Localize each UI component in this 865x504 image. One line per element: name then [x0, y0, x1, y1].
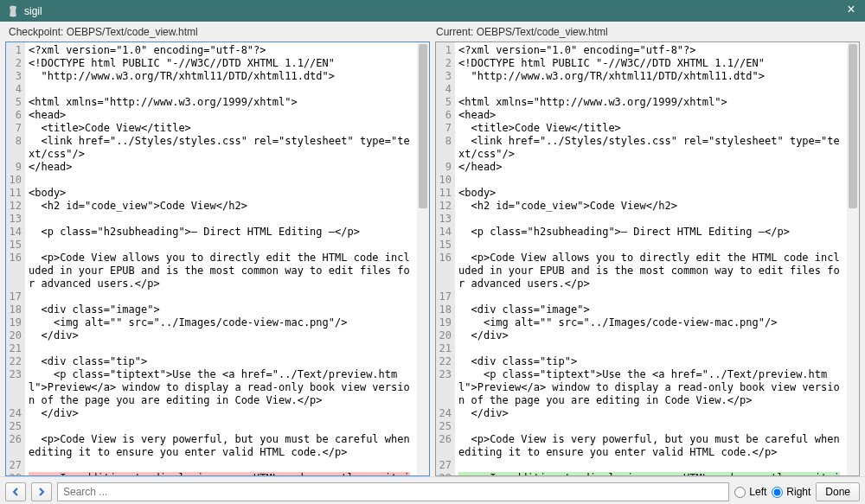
- left-gutter: 1234567891011121314151617181920212223242…: [6, 42, 25, 475]
- panel-headers: Checkpoint: OEBPS/Text/code_view.html Cu…: [0, 22, 865, 41]
- left-code[interactable]: <?xml version="1.0" encoding="utf-8"?><!…: [25, 42, 417, 475]
- next-diff-button[interactable]: [31, 482, 52, 501]
- left-panel-label: Checkpoint: OEBPS/Text/code_view.html: [5, 24, 432, 40]
- radio-left[interactable]: Left: [734, 486, 766, 498]
- left-scrollbar[interactable]: [417, 42, 429, 475]
- titlebar: sigil ×: [0, 0, 865, 22]
- done-button[interactable]: Done: [816, 482, 860, 501]
- left-pane[interactable]: 1234567891011121314151617181920212223242…: [5, 41, 430, 476]
- right-scrollbar[interactable]: [847, 42, 859, 475]
- right-panel-label: Current: OEBPS/Text/code_view.html: [432, 24, 860, 40]
- prev-diff-button[interactable]: [5, 482, 26, 501]
- right-gutter: 1234567891011121314151617181920212223242…: [436, 42, 455, 475]
- radio-right[interactable]: Right: [772, 486, 811, 498]
- search-input[interactable]: [57, 482, 729, 501]
- app-icon: [7, 5, 19, 17]
- right-pane[interactable]: 1234567891011121314151617181920212223242…: [435, 41, 860, 476]
- right-code[interactable]: <?xml version="1.0" encoding="utf-8"?><!…: [455, 42, 847, 475]
- close-icon[interactable]: ×: [843, 2, 860, 17]
- bottom-bar: Left Right Done: [0, 476, 865, 504]
- app-title: sigil: [24, 5, 42, 17]
